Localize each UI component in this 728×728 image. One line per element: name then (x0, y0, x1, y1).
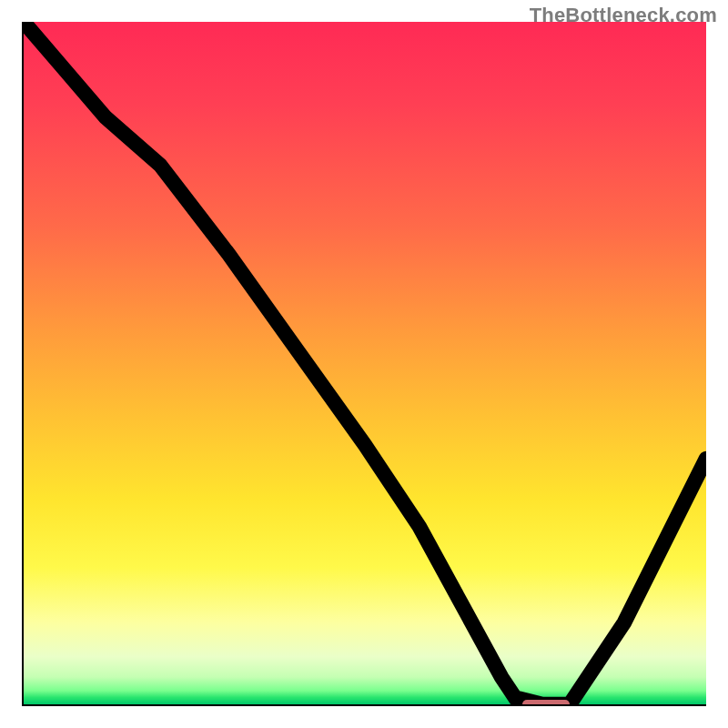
chart-container: TheBottleneck.com (0, 0, 728, 728)
bottleneck-curve (24, 22, 706, 704)
plot-area (22, 22, 706, 706)
watermark-text: TheBottleneck.com (530, 4, 717, 27)
optimal-range-marker (522, 700, 571, 706)
curve-path (24, 22, 706, 704)
